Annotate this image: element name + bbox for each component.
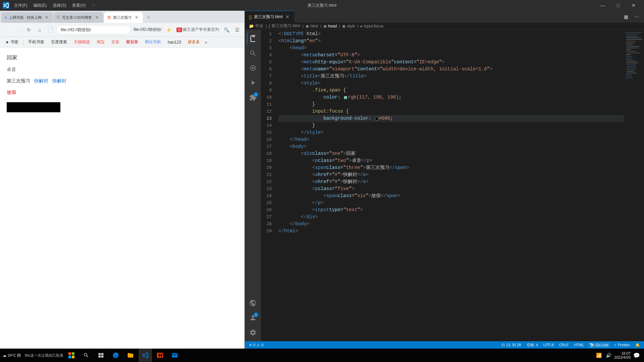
menu-file[interactable]: 文件(F) (11, 2, 30, 9)
activity-extensions[interactable]: 1 (247, 92, 259, 104)
taskbar-taskview[interactable] (94, 349, 108, 362)
lightning-button[interactable]: ⚡ (164, 25, 174, 35)
browser-menu-button[interactable]: ☰ (232, 25, 242, 35)
reload-button[interactable]: ↻ (24, 25, 34, 35)
taskbar-explorer[interactable] (124, 349, 137, 362)
bookmark-tianmao[interactable]: 天猫精选 (71, 39, 93, 46)
status-notifications[interactable]: 🔔 (634, 343, 641, 348)
taskbar-mail[interactable] (168, 349, 181, 362)
taskbar-office[interactable] (153, 349, 167, 362)
home-button[interactable]: ⌂ (35, 25, 44, 35)
spaces-text: 空格: 4 (527, 343, 538, 348)
breadcrumb-workspace[interactable]: 📁 作业 (249, 23, 263, 29)
bookmark-juhua[interactable]: 聚划算 (123, 39, 141, 46)
minimize-button[interactable]: — (595, 0, 610, 11)
code-line-20: <span class="three">第三次预习</span> (278, 164, 624, 171)
code-content[interactable]: <!DOCTYPE html> <html lang="en"> <head> … (274, 30, 624, 341)
breadcrumb-inputfocus[interactable]: ▸ input:focus (361, 24, 383, 28)
status-encoding[interactable]: UTF-8 (542, 343, 555, 348)
address-bar[interactable] (56, 25, 131, 35)
taskbar-volume[interactable]: 🔊 (604, 353, 613, 358)
breadcrumb-html[interactable]: ◉ html (306, 24, 318, 28)
taskbar-edge[interactable] (109, 349, 122, 362)
page-link2[interactable]: 快解封 (52, 78, 66, 84)
breadcrumb-file[interactable]: { 第三次预习.html (269, 23, 300, 29)
bookmark-taobao[interactable]: 淘宝 (94, 39, 107, 46)
menu-view[interactable]: 查看(V) (69, 2, 88, 9)
page-input[interactable] (7, 102, 60, 112)
activity-run[interactable] (247, 77, 259, 89)
breadcrumb-style[interactable]: ◉ style (342, 24, 355, 28)
status-spaces[interactable]: 空格: 4 (525, 343, 539, 348)
more-bookmarks[interactable]: » (205, 40, 207, 45)
tag-icon: ◉ (306, 24, 309, 28)
status-errors[interactable]: ✕ 0 ⚠ 0 (248, 343, 265, 347)
checkmark-icon: ✓ (614, 343, 617, 347)
svg-rect-28 (68, 352, 71, 355)
breadcrumb-head[interactable]: ◉ head (323, 24, 337, 28)
taskbar-weather: ☁ 24°C 阴 (3, 353, 21, 358)
tab1-close[interactable]: ✕ (44, 14, 50, 20)
close-button[interactable]: ✕ (626, 0, 641, 11)
activity-files[interactable] (247, 33, 259, 45)
bookmark-baidu[interactable]: 百度搜索 (48, 39, 70, 46)
tab3-close[interactable]: ✕ (133, 14, 140, 20)
status-language[interactable]: HTML (573, 343, 586, 348)
editor-tab-html[interactable]: {} 第三次预习.html ✕ (245, 11, 294, 22)
menu-edit[interactable]: 编辑(E) (31, 2, 49, 9)
activity-settings[interactable] (247, 326, 259, 339)
bookmark-label: 书签 (10, 39, 18, 45)
page-link1[interactable]: 快解封 (34, 78, 48, 84)
bookmark-hao123[interactable]: hao123 (165, 39, 184, 45)
status-golive[interactable]: 📡 Go Live (588, 343, 610, 348)
activity-account[interactable]: 1 (247, 312, 259, 324)
tab3-label: 第三次预习 (113, 15, 131, 20)
svg-rect-35 (101, 356, 104, 358)
status-line[interactable]: 行 13, 列 28 (500, 343, 523, 348)
code-line-26: <input type="text"> (278, 206, 624, 214)
svg-rect-19 (627, 64, 636, 65)
activity-git[interactable] (247, 62, 259, 74)
forward-button[interactable]: → (13, 25, 23, 35)
activity-remote[interactable] (247, 297, 259, 309)
editor-tab-actions: ▦ ⋯ (621, 12, 641, 21)
menu-select[interactable]: 选择(S) (50, 2, 69, 9)
bookmark-pinduoduo[interactable]: 拼多多 (185, 39, 203, 46)
start-button[interactable] (65, 349, 78, 362)
maximize-button[interactable]: □ (610, 0, 626, 11)
page-link-row: 第三次预习 快解封 快解封 (7, 78, 238, 84)
code-line-12: input:focus { (278, 108, 624, 115)
tab2-close[interactable]: ✕ (94, 14, 100, 20)
notification-center-button[interactable]: 💬 (632, 351, 641, 360)
bookmark-shujian[interactable]: ★ 书签 (3, 39, 21, 46)
activity-search[interactable] (247, 47, 259, 59)
browser-tab-1[interactable]: e 上网导航 · 轻快上网 ✕ (1, 12, 53, 23)
code-line-22: <a href="#">快解封</a> (278, 178, 624, 185)
menu-more[interactable]: ··· (89, 2, 98, 9)
svg-rect-13 (626, 54, 631, 55)
split-editor-button[interactable]: ▦ (621, 12, 631, 21)
more-actions-button[interactable]: ⋯ (632, 12, 641, 21)
code-line-16: </head> (278, 136, 624, 143)
browser-tab-3[interactable]: 第 第三次预习 ✕ (104, 12, 143, 23)
line-numbers: 1 2 3 4 5 6 7 8 9 10 11 12 13 14 (261, 30, 274, 341)
back-button[interactable]: ← (3, 25, 12, 35)
browser-search-button[interactable]: 🔍 (222, 25, 231, 35)
code-line-28: </body> (278, 221, 624, 228)
taskbar-search[interactable] (79, 349, 93, 362)
editor-tab-close[interactable]: ✕ (285, 13, 290, 20)
new-tab-button[interactable]: + (144, 12, 154, 23)
browser-tab-2[interactable]: C 写文章-CSDN博客 ✕ (54, 12, 104, 23)
code-line-10: color: rgb(117, 196, 196); (278, 94, 624, 101)
code-line-25: </p> (278, 199, 624, 206)
status-prettier[interactable]: ✓ Prettier (612, 343, 631, 348)
ln-18: 18 (261, 150, 272, 157)
bookmark-button[interactable]: 📄 (46, 25, 55, 35)
svg-rect-15 (626, 58, 632, 58)
taskbar-network[interactable]: 📶 (595, 353, 603, 358)
status-eol[interactable]: CRLF (558, 343, 570, 348)
bookmark-jd[interactable]: 京东 (109, 39, 122, 46)
taskbar-vscode[interactable] (139, 349, 152, 362)
bookmark-wangzhi[interactable]: 网址导航 (142, 39, 164, 46)
bookmark-mobile[interactable]: 手机书签 (25, 39, 47, 46)
